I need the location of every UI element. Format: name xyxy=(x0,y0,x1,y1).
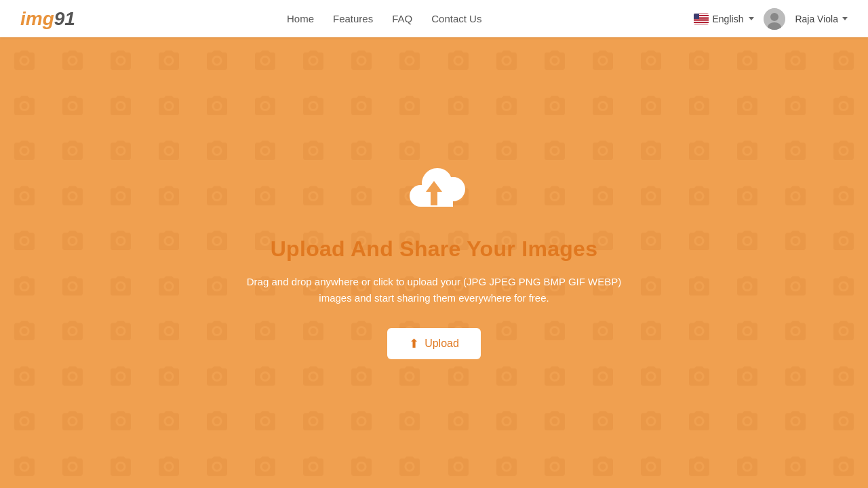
camera-icon xyxy=(772,83,820,128)
camera-icon xyxy=(0,218,48,263)
camera-icon xyxy=(627,443,675,489)
nav-contact[interactable]: Contact Us xyxy=(431,13,481,24)
camera-icon xyxy=(0,308,48,353)
user-name[interactable]: Raja Viola xyxy=(795,14,848,24)
camera-icon xyxy=(0,83,48,128)
language-label: English xyxy=(713,14,744,24)
camera-icon xyxy=(530,398,578,443)
language-chevron-down-icon xyxy=(749,17,754,20)
camera-icon xyxy=(482,353,530,399)
camera-icon xyxy=(193,398,241,443)
logo-img-text: img xyxy=(20,8,54,29)
camera-icon xyxy=(338,353,386,399)
hero-subtitle: Drag and drop anywhere or click to uploa… xyxy=(231,274,637,306)
camera-icon xyxy=(675,127,724,173)
nav-links: Home Features FAQ Contact Us xyxy=(287,13,481,24)
hero-section[interactable]: // Generate 180 camera cells const grid … xyxy=(0,37,868,488)
camera-icon xyxy=(144,308,193,353)
camera-icon xyxy=(675,398,724,443)
camera-icon xyxy=(241,83,290,128)
camera-icon xyxy=(627,398,675,443)
camera-icon xyxy=(434,353,482,399)
camera-icon xyxy=(627,353,675,399)
camera-icon xyxy=(144,443,193,489)
camera-icon xyxy=(820,398,868,443)
camera-icon xyxy=(724,37,772,83)
camera-icon xyxy=(144,263,193,308)
camera-icon xyxy=(820,218,868,263)
user-chevron-down-icon xyxy=(842,17,848,20)
camera-icon xyxy=(144,173,193,218)
camera-icon xyxy=(48,308,96,353)
camera-icon xyxy=(96,308,144,353)
camera-icon xyxy=(96,37,144,83)
camera-icon xyxy=(386,443,434,489)
camera-icon xyxy=(772,263,820,308)
camera-icon xyxy=(386,37,434,83)
camera-icon xyxy=(482,37,530,83)
camera-icon xyxy=(290,37,338,83)
logo[interactable]: img91 xyxy=(20,8,75,30)
camera-icon xyxy=(338,443,386,489)
camera-icon xyxy=(48,353,96,399)
camera-icon xyxy=(724,353,772,399)
camera-icon xyxy=(48,443,96,489)
camera-icon xyxy=(96,218,144,263)
camera-icon xyxy=(578,353,627,399)
camera-icon xyxy=(675,353,724,399)
camera-icon xyxy=(144,127,193,173)
camera-icon xyxy=(434,83,482,128)
camera-icon xyxy=(193,353,241,399)
camera-icon xyxy=(144,83,193,128)
camera-icon xyxy=(482,398,530,443)
camera-icon xyxy=(724,263,772,308)
upload-button-label: Upload xyxy=(425,338,459,350)
camera-icon xyxy=(772,398,820,443)
camera-icon xyxy=(627,37,675,83)
camera-icon xyxy=(96,83,144,128)
nav-features[interactable]: Features xyxy=(333,13,373,24)
camera-icon xyxy=(48,83,96,128)
camera-icon xyxy=(675,308,724,353)
camera-icon xyxy=(386,398,434,443)
camera-icon xyxy=(820,353,868,399)
camera-icon xyxy=(144,398,193,443)
camera-icon xyxy=(578,443,627,489)
camera-icon xyxy=(724,398,772,443)
hero-title: Upload And Share Your Images xyxy=(231,237,637,262)
camera-icon xyxy=(241,398,290,443)
camera-icon xyxy=(338,398,386,443)
camera-icon xyxy=(96,353,144,399)
nav-right: English Raja Viola xyxy=(694,8,848,30)
camera-icon xyxy=(48,218,96,263)
camera-icon xyxy=(241,443,290,489)
upload-button[interactable]: ⬆ Upload xyxy=(387,328,481,359)
camera-icon xyxy=(290,353,338,399)
camera-icon xyxy=(675,263,724,308)
camera-icon xyxy=(530,443,578,489)
camera-icon xyxy=(144,218,193,263)
nav-home[interactable]: Home xyxy=(287,13,314,24)
camera-icon xyxy=(675,443,724,489)
camera-icon xyxy=(48,37,96,83)
camera-icon xyxy=(193,443,241,489)
nav-faq[interactable]: FAQ xyxy=(392,13,412,24)
logo-num-text: 91 xyxy=(54,8,75,29)
camera-icon xyxy=(193,37,241,83)
cloud-upload-icon xyxy=(231,166,637,223)
camera-icon xyxy=(0,127,48,173)
language-selector[interactable]: English xyxy=(694,14,755,24)
camera-icon xyxy=(0,37,48,83)
camera-icon xyxy=(627,83,675,128)
camera-icon xyxy=(434,37,482,83)
hero-content: Upload And Share Your Images Drag and dr… xyxy=(231,166,637,359)
camera-icon xyxy=(820,263,868,308)
camera-icon xyxy=(290,398,338,443)
camera-icon xyxy=(724,443,772,489)
camera-icon xyxy=(820,308,868,353)
camera-icon xyxy=(675,83,724,128)
camera-icon xyxy=(193,83,241,128)
camera-icon xyxy=(48,263,96,308)
camera-icon xyxy=(772,127,820,173)
camera-icon xyxy=(724,308,772,353)
